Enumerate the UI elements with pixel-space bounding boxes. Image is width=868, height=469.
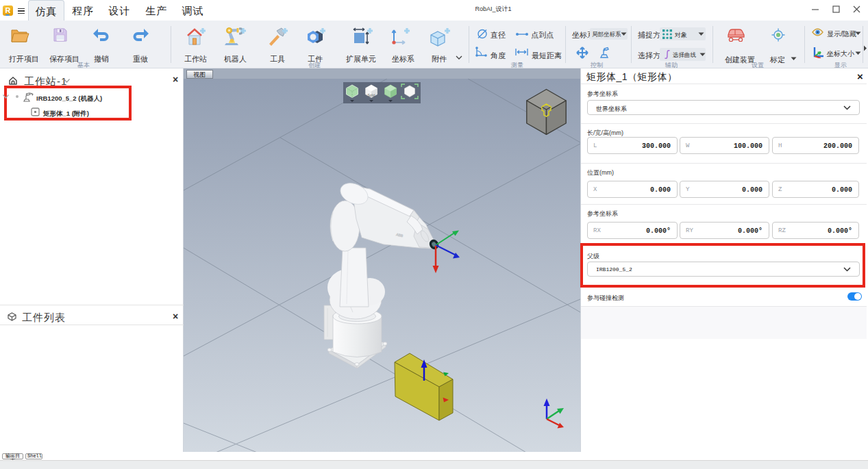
svg-text:视图: 视图 bbox=[193, 71, 206, 78]
svg-text:Solid: Solid bbox=[367, 93, 375, 97]
